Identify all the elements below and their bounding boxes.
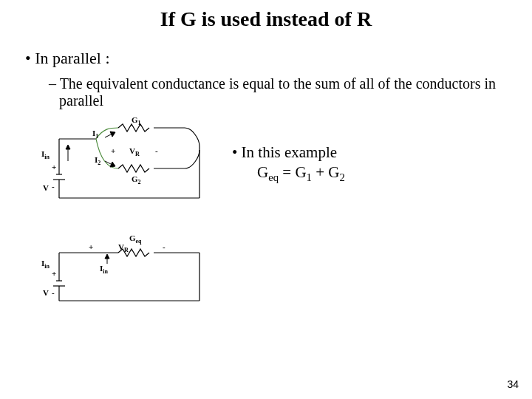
example-lead: In this example [242,143,337,161]
vr-sub: R [135,151,140,157]
plus-1: + [111,146,115,155]
svg-text:I2: I2 [95,155,100,166]
iin-sub-2: in [103,268,108,275]
bullet-parallel-text: In parallel : [35,49,109,67]
content-row: G1 G2 I1 I2 Iin + VR - V + - [0,117,532,330]
minus-src-2: - [52,288,55,297]
plus-2: + [89,242,93,251]
i1-sub: 1 [95,133,98,140]
vr-label-2: V [118,242,124,251]
eq-g2-sub: 2 [339,171,344,183]
eq-geq: G [257,163,268,181]
eq-plus: + G [312,163,340,181]
svg-text:VR: VR [129,146,140,157]
vr-sub-2: R [124,247,129,253]
v-label-1: V [43,183,49,192]
svg-marker-14 [110,162,115,167]
minus-1: - [155,146,158,155]
svg-marker-30 [105,254,109,259]
eq-g1-sub: 1 [307,171,312,183]
svg-marker-12 [110,132,115,137]
g2-sub: 2 [138,179,141,185]
plus-src-1: + [52,163,56,171]
bullet-equivalent-text: The equivalent conductance is equal to t… [59,75,496,109]
svg-text:I1: I1 [92,129,98,140]
bullet-parallel: In parallel : [25,49,532,68]
svg-text:Geq: Geq [129,233,142,245]
circuit-parallel-diagram: G1 G2 I1 I2 Iin + VR - V + - [37,117,222,213]
minus-src-1: - [52,182,55,191]
v-label-2: V [43,288,49,297]
plus-src-2: + [52,269,56,278]
diagram-column: G1 G2 I1 I2 Iin + VR - V + - [0,117,222,330]
svg-text:Iin: Iin [41,149,50,160]
svg-text:G1: G1 [132,117,141,126]
svg-text:G2: G2 [132,174,141,185]
eq-geq-sub: eq [268,171,279,183]
iin-sub-1: in [44,154,50,160]
example-column: In this example Geq = G1 + G2 [222,117,345,184]
bullet-equivalent: The equivalent conductance is equal to t… [49,75,502,109]
geq-sub: eq [136,238,143,245]
svg-marker-10 [66,145,70,149]
svg-text:Iin: Iin [100,264,109,275]
eq-mid: = G [279,163,307,181]
g1-sub: 1 [138,120,141,126]
vr-label: V [129,146,135,155]
iin-sub-3: in [44,263,50,270]
minus-2: - [163,242,166,251]
example-bullet: In this example [222,143,345,162]
svg-text:Iin: Iin [41,259,50,270]
equation: Geq = G1 + G2 [222,163,345,184]
circuit-equivalent-diagram: Geq + VR - Iin Iin V + - [37,231,222,312]
slide: If G is used instead of R In parallel : … [0,0,532,399]
i2-sub: 2 [98,160,100,166]
slide-title: If G is used instead of R [0,7,532,31]
page-number: 34 [507,378,519,390]
